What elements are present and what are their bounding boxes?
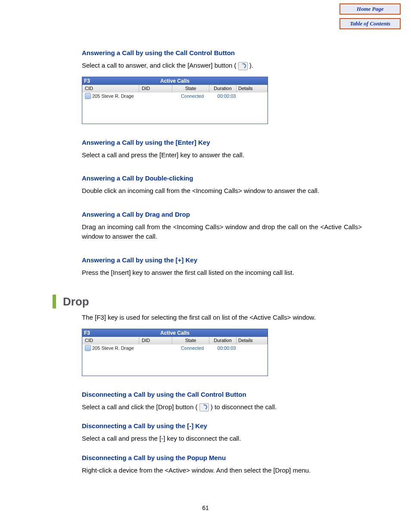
cell-duration: 00:00:03 [211,93,240,100]
text-disconnect-control-button: Select a call and click the [Drop] butto… [82,402,362,412]
cell-cid: 205 Steve R. Drage [82,93,139,100]
text-fragment: ) to disconnect the call. [211,403,277,411]
heading-disconnect-minus-key: Disconnecting a Call by using the [-] Ke… [82,422,362,429]
text-answer-plus-key: Press the [Insert] key to answer the fir… [82,268,362,278]
active-calls-panel: F3 Active Calls CID DID State Duration D… [82,77,268,124]
text-answer-enter-key: Select a call and press the [Enter] key … [82,150,362,160]
panel-column-headers: CID DID State Duration Details [82,85,268,92]
text-answer-control-button: Select a call to answer, and click the [… [82,61,362,71]
text-fragment: Select a call to answer, and click the [… [82,62,237,69]
panel-column-headers: CID DID State Duration Details [82,337,268,344]
col-duration: Duration [209,337,237,344]
cell-duration: 00:00:03 [211,345,240,352]
text-answer-drag-drop: Drag an incoming call from the <Incoming… [82,222,362,242]
col-details: Details [237,85,268,92]
col-cid: CID [82,337,139,344]
panel-empty-area [82,100,268,124]
panel-empty-area [82,352,268,376]
call-row-icon [85,345,91,351]
toc-link[interactable]: Table of Contents [339,18,401,29]
heading-answer-control-button: Answering a Call by using the Call Contr… [82,49,362,56]
text-drop-intro: The [F3] key is used for selecting the f… [82,313,362,323]
panel-fkey-label: F3 [84,77,90,85]
heading-disconnect-popup: Disconnecting a Call by using the Popup … [82,454,362,461]
heading-answer-plus-key: Answering a Call by using the [+] Key [82,256,362,264]
call-row-icon [85,93,91,99]
cell-cid: 205 Steve R. Drage [82,345,139,352]
panel-title-text: Active Calls [82,329,268,337]
text-answer-double-click: Double click an incoming call from the <… [82,186,362,196]
heading-disconnect-control-button: Disconnecting a Call by using the Call C… [82,391,362,398]
page-number: 61 [0,504,411,511]
panel-title-bar: F3 Active Calls [82,329,268,337]
table-row[interactable]: 205 Steve R. Drage Connected 00:00:03 [82,344,268,352]
cell-did [139,93,171,100]
col-state: State [172,85,209,92]
cell-state: Connected [171,345,211,352]
heading-answer-enter-key: Answering a Call by using the [Enter] Ke… [82,139,362,146]
col-duration: Duration [209,85,237,92]
panel-fkey-label: F3 [84,329,90,337]
section-accent-bar [53,295,56,308]
cell-cid-text: 205 Steve R. Drage [92,93,134,100]
heading-answer-double-click: Answering a Call by Double-clicking [82,174,362,182]
heading-answer-drag-drop: Answering a Call by Drag and Drop [82,211,362,218]
col-cid: CID [82,85,139,92]
col-did: DID [139,85,172,92]
text-fragment: Select a call and click the [Drop] butto… [82,403,197,411]
home-page-link[interactable]: Home Page [339,3,401,15]
active-calls-panel: F3 Active Calls CID DID State Duration D… [82,329,268,376]
cell-details [240,93,268,100]
drop-button-icon [199,403,209,411]
text-fragment: ). [249,62,253,69]
answer-button-icon [238,62,248,70]
text-disconnect-popup: Right-click a device from the <Active> w… [82,466,362,476]
cell-details [240,345,268,352]
col-did: DID [139,337,172,344]
section-title-drop: Drop [63,295,89,308]
panel-title-bar: F3 Active Calls [82,77,268,85]
col-state: State [172,337,209,344]
cell-state: Connected [171,93,211,100]
panel-title-text: Active Calls [82,77,268,85]
text-disconnect-minus-key: Select a call and press the [-] key to d… [82,434,362,444]
cell-cid-text: 205 Steve R. Drage [92,345,134,352]
cell-did [139,345,171,352]
col-details: Details [237,337,268,344]
table-row[interactable]: 205 Steve R. Drage Connected 00:00:03 [82,92,268,100]
